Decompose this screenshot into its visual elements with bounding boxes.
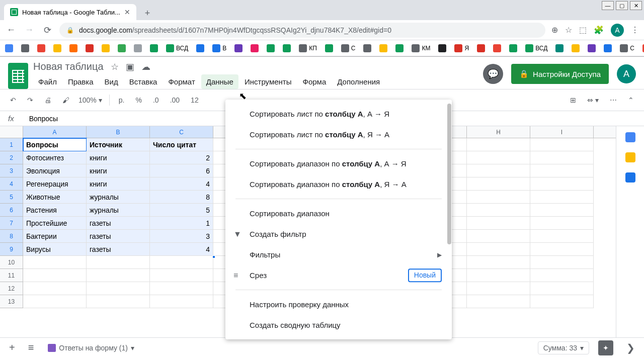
cell[interactable]: Бактерии bbox=[23, 230, 87, 243]
currency-button[interactable]: р. bbox=[117, 94, 127, 106]
bookmark-item[interactable] bbox=[86, 44, 94, 52]
cell[interactable]: Эволюция bbox=[23, 164, 87, 177]
paint-format-button[interactable]: 🖌 bbox=[60, 94, 71, 106]
cell[interactable]: 4 bbox=[150, 243, 213, 256]
bookmark-item[interactable] bbox=[395, 44, 404, 52]
cell[interactable] bbox=[530, 151, 594, 164]
profile-avatar-small[interactable]: А bbox=[611, 24, 624, 37]
row-header[interactable]: 5 bbox=[0, 191, 23, 204]
cell[interactable] bbox=[467, 282, 530, 295]
cell[interactable]: Вирусы bbox=[23, 243, 87, 256]
bookmark-item[interactable] bbox=[102, 44, 110, 52]
cell[interactable]: газеты bbox=[87, 243, 150, 256]
all-sheets-button[interactable]: ≡ bbox=[24, 340, 38, 355]
sort-range-az[interactable]: Сортировать диапазон по столбцу A, А → Я bbox=[225, 153, 452, 174]
reload-button[interactable]: ⟳ bbox=[41, 25, 53, 36]
bookmark-item[interactable] bbox=[5, 44, 13, 52]
cell[interactable]: 2 bbox=[150, 151, 213, 164]
new-tab-button[interactable]: + bbox=[140, 6, 154, 20]
bookmark-item[interactable] bbox=[588, 44, 596, 52]
bookmark-item[interactable] bbox=[134, 44, 142, 52]
star-icon[interactable]: ☆ bbox=[565, 25, 572, 35]
increase-decimal-button[interactable]: .00 bbox=[168, 94, 182, 106]
zoom-icon[interactable]: ⊕ bbox=[551, 25, 558, 35]
bookmark-item[interactable] bbox=[325, 44, 333, 52]
add-sheet-button[interactable]: + bbox=[5, 340, 19, 355]
select-all-corner[interactable] bbox=[0, 126, 23, 138]
collapse-toolbar-icon[interactable]: ⌃ bbox=[626, 94, 636, 106]
side-panel-toggle[interactable]: ❯ bbox=[622, 340, 639, 356]
bookmark-item[interactable]: С bbox=[620, 44, 634, 52]
cell[interactable] bbox=[87, 269, 150, 282]
keep-icon[interactable] bbox=[625, 152, 635, 162]
row-header[interactable]: 2 bbox=[0, 151, 23, 164]
bookmark-item[interactable] bbox=[555, 44, 564, 52]
selection-handle[interactable] bbox=[212, 255, 215, 258]
slicer[interactable]: ≡СрезНовый bbox=[225, 265, 452, 286]
cell[interactable] bbox=[530, 191, 594, 204]
menu-format[interactable]: Формат bbox=[163, 74, 200, 89]
cell[interactable] bbox=[530, 295, 594, 308]
row-header[interactable]: 1 bbox=[0, 138, 23, 151]
move-doc-icon[interactable]: ▣ bbox=[126, 61, 134, 72]
cell[interactable]: Число цитат bbox=[150, 138, 213, 151]
bookmark-item[interactable]: В bbox=[212, 44, 226, 52]
bookmark-item[interactable] bbox=[234, 44, 243, 52]
cell[interactable] bbox=[530, 217, 594, 230]
number-format-button[interactable]: 12 bbox=[189, 94, 201, 106]
sort-sheet-az[interactable]: Сортировать лист по столбцу A, А → Я bbox=[225, 104, 452, 124]
cell[interactable] bbox=[467, 164, 530, 177]
menu-form[interactable]: Форма bbox=[298, 74, 332, 89]
data-validation[interactable]: Настроить проверку данных bbox=[225, 294, 452, 315]
bookmark-item[interactable] bbox=[509, 44, 517, 52]
cell[interactable] bbox=[467, 191, 530, 204]
redo-button[interactable]: ↷ bbox=[25, 94, 35, 106]
cell[interactable] bbox=[467, 204, 530, 217]
column-header[interactable]: A bbox=[23, 126, 87, 138]
window-close[interactable]: ✕ bbox=[630, 1, 642, 10]
cell[interactable] bbox=[467, 177, 530, 191]
menu-dots-icon[interactable]: ⋮ bbox=[631, 25, 639, 35]
cell[interactable]: 4 bbox=[150, 177, 213, 191]
menu-insert[interactable]: Вставка bbox=[124, 74, 163, 89]
row-header[interactable]: 13 bbox=[0, 295, 23, 308]
cell[interactable] bbox=[530, 269, 594, 282]
cell[interactable] bbox=[467, 230, 530, 243]
decrease-decimal-button[interactable]: .0 bbox=[151, 94, 161, 106]
explore-button[interactable]: ✦ bbox=[598, 340, 613, 355]
cell[interactable] bbox=[530, 230, 594, 243]
row-header[interactable]: 8 bbox=[0, 230, 23, 243]
bookmark-item[interactable] bbox=[21, 44, 29, 52]
cell[interactable]: журналы bbox=[87, 204, 150, 217]
cell[interactable]: журналы bbox=[87, 191, 150, 204]
share-button[interactable]: 🔒 Настройки Доступа bbox=[511, 64, 609, 84]
cell[interactable] bbox=[150, 269, 213, 282]
bookmark-item[interactable] bbox=[118, 44, 126, 52]
bookmark-item[interactable] bbox=[438, 44, 446, 52]
menu-edit[interactable]: Правка bbox=[63, 74, 99, 89]
quicksum-box[interactable]: Сумма: 33▾ bbox=[538, 341, 589, 354]
cell[interactable] bbox=[530, 138, 594, 151]
cell[interactable] bbox=[467, 269, 530, 282]
bookmark-item[interactable] bbox=[572, 44, 580, 52]
sort-sheet-za[interactable]: Сортировать лист по столбцу A, Я → А bbox=[225, 124, 452, 145]
extension-icon[interactable]: ⬚ bbox=[579, 25, 587, 35]
back-button[interactable]: ← bbox=[5, 25, 17, 35]
row-header[interactable]: 7 bbox=[0, 217, 23, 230]
bookmark-item[interactable] bbox=[267, 44, 275, 52]
cell[interactable] bbox=[467, 151, 530, 164]
cell[interactable] bbox=[87, 256, 150, 269]
window-minimize[interactable]: — bbox=[602, 1, 614, 10]
bookmark-item[interactable] bbox=[196, 44, 204, 52]
row-header[interactable]: 12 bbox=[0, 282, 23, 295]
star-doc-icon[interactable]: ☆ bbox=[111, 61, 119, 72]
cell[interactable] bbox=[467, 217, 530, 230]
cell[interactable]: газеты bbox=[87, 217, 150, 230]
url-input[interactable]: 🔒 docs.google.com/spreadsheets/d/1607n7M… bbox=[59, 23, 545, 38]
cell[interactable] bbox=[530, 164, 594, 177]
sort-range-za[interactable]: Сортировать диапазон по столбцу A, Я → А bbox=[225, 174, 452, 195]
sort-range[interactable]: Сортировать диапазон bbox=[225, 203, 452, 224]
cell[interactable]: книги bbox=[87, 177, 150, 191]
bookmark-item[interactable] bbox=[379, 44, 387, 52]
row-header[interactable]: 6 bbox=[0, 204, 23, 217]
